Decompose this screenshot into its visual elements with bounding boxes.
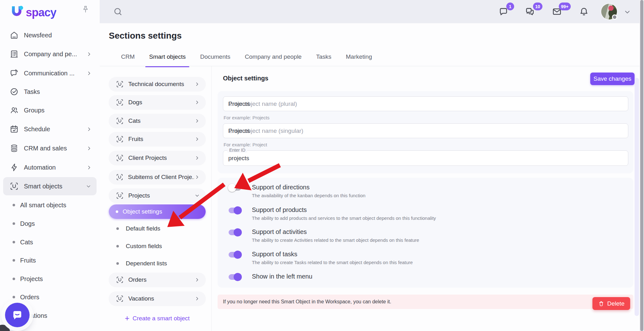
- form-heading: Object settings: [223, 75, 268, 82]
- chevron-right-icon: [194, 174, 200, 180]
- sidebar-item-company-and-people[interactable]: Company and pe...: [0, 45, 100, 63]
- check-circle-icon: [9, 87, 19, 96]
- support-of-directions-toggle[interactable]: [228, 183, 242, 192]
- column-divider: [211, 66, 212, 331]
- smart-object-brackets-icon: [116, 135, 124, 143]
- chevron-right-icon: [194, 118, 200, 124]
- smart-object-brackets-icon: [9, 182, 19, 191]
- tab-smart-objects[interactable]: Smart objects: [148, 53, 186, 66]
- object-row-vacations[interactable]: Vacations: [109, 291, 206, 306]
- show-in-left-menu-toggle[interactable]: [228, 273, 242, 281]
- object-name-singular-input[interactable]: Enter object name (singular) Projects: [223, 123, 628, 138]
- chevron-right-icon: [194, 277, 200, 283]
- singular-helper-text: For example: Project: [224, 142, 267, 147]
- toggles-panel: Support of directions The availability o…: [218, 178, 633, 288]
- database-stack-icon: [9, 144, 19, 153]
- bullet-icon: [13, 222, 15, 225]
- avatar-status-dot: [612, 14, 617, 20]
- object-name-plural-input[interactable]: Enter object name (plural) Projects: [223, 96, 628, 111]
- toggle-thumb: [228, 184, 236, 192]
- object-row-orders[interactable]: Orders: [109, 273, 206, 287]
- tab-documents[interactable]: Documents: [199, 53, 231, 66]
- tab-tasks[interactable]: Tasks: [315, 53, 332, 66]
- support-of-products-toggle[interactable]: [228, 206, 242, 215]
- sidebar-subitem-all-smart-objects[interactable]: All smart objects: [0, 196, 100, 214]
- object-row-subitems-of-client-projects[interactable]: Subitems of Client Proje...: [109, 170, 206, 184]
- project-child-default-fields[interactable]: Default fields: [109, 224, 206, 233]
- sidebar-subitem-dogs[interactable]: Dogs: [0, 214, 100, 233]
- create-smart-object-button[interactable]: + Create a smart object: [109, 313, 206, 324]
- smart-object-brackets-icon: [116, 295, 124, 303]
- smart-object-brackets-icon: [116, 154, 124, 162]
- bullet-icon: [116, 262, 119, 265]
- enter-id-label: Enter ID: [227, 148, 247, 153]
- smart-object-brackets-icon: [116, 192, 124, 200]
- chevron-down-icon: [194, 193, 200, 198]
- object-row-fruits[interactable]: Fruits: [109, 132, 206, 146]
- bullet-icon: [116, 210, 118, 213]
- toggle-thumb: [234, 206, 242, 214]
- object-row-client-projects[interactable]: Client Projects: [109, 151, 206, 165]
- object-row-technical-documents[interactable]: Technical documents: [109, 77, 206, 91]
- search-icon[interactable]: [113, 7, 123, 17]
- sidebar-subitem-cats[interactable]: Cats: [0, 233, 100, 251]
- save-changes-button[interactable]: Save changes: [590, 73, 635, 85]
- sidebar-item-schedule[interactable]: Schedule: [0, 120, 100, 138]
- profile-chevron-down-icon[interactable]: [624, 8, 631, 16]
- uspacy-logo[interactable]: spacy: [8, 3, 56, 20]
- chevron-right-icon: [86, 145, 92, 151]
- sidebar-subitem-projects[interactable]: Projects: [0, 270, 100, 288]
- toggle-thumb: [234, 228, 242, 236]
- sidebar-item-groups[interactable]: Groups: [0, 101, 100, 119]
- tab-marketing[interactable]: Marketing: [345, 53, 373, 66]
- object-row-dogs[interactable]: Dogs: [109, 95, 206, 109]
- plus-icon: +: [125, 314, 130, 323]
- smart-object-brackets-icon: [116, 80, 124, 88]
- bullet-icon: [116, 227, 119, 230]
- smart-object-brackets-icon: [116, 173, 124, 181]
- project-child-custom-fields[interactable]: Custom fields: [109, 242, 206, 251]
- chevron-right-icon: [86, 70, 92, 76]
- sidebar-subitem-fruits[interactable]: Fruits: [0, 251, 100, 269]
- tab-crm[interactable]: CRM: [120, 53, 135, 66]
- support-of-activities-toggle[interactable]: [228, 228, 242, 237]
- home-icon: [9, 30, 19, 40]
- page-title: Sections settings: [109, 31, 182, 41]
- sidebar-item-tasks[interactable]: Tasks: [0, 83, 100, 101]
- object-row-cats[interactable]: Cats: [109, 114, 206, 128]
- chat-phone-icon: [9, 68, 19, 78]
- pin-sidebar-icon[interactable]: [81, 5, 90, 14]
- delete-warning-banner: If you no longer need this Smart Object …: [218, 295, 633, 309]
- bottom-corner-shape: [0, 325, 10, 331]
- sidebar-item-automation[interactable]: Automation: [0, 158, 100, 176]
- project-child-dependent-lists[interactable]: Dependent lists: [109, 259, 206, 268]
- chevron-right-icon: [86, 165, 92, 171]
- people-icon: [9, 106, 19, 115]
- logo-u-icon: [8, 3, 25, 20]
- project-child-object-settings[interactable]: Object settings: [109, 204, 206, 219]
- sidebar-item-crm-and-sales[interactable]: CRM and sales: [0, 139, 100, 157]
- sidebar-item-newsfeed[interactable]: Newsfeed: [0, 26, 100, 44]
- sidebar-item-smart-objects[interactable]: Smart objects: [3, 177, 97, 195]
- object-row-projects[interactable]: Projects: [109, 188, 206, 203]
- bullet-icon: [13, 204, 15, 206]
- section-tabs: CRM Smart objects Documents Company and …: [120, 53, 373, 66]
- lightning-icon: [9, 163, 19, 172]
- support-of-tasks-toggle[interactable]: [228, 250, 242, 259]
- delete-button[interactable]: Delete: [592, 297, 630, 310]
- object-id-input[interactable]: projects: [223, 150, 628, 166]
- sidebar: spacy Newsfeed Company and pe... Communi…: [0, 0, 100, 331]
- chevron-right-icon: [86, 51, 92, 57]
- trash-icon: [598, 301, 604, 307]
- bullet-icon: [116, 245, 119, 247]
- tab-company-and-people[interactable]: Company and people: [244, 53, 303, 66]
- sidebar-item-communication[interactable]: Communication ...: [0, 64, 100, 82]
- toggle-thumb: [234, 273, 242, 281]
- chevron-right-icon: [194, 81, 200, 87]
- window-scrollbar-thumb[interactable]: [640, 0, 643, 331]
- bell-icon[interactable]: [579, 7, 589, 17]
- support-chat-fab[interactable]: [5, 303, 30, 327]
- toggle-thumb: [234, 251, 242, 259]
- smart-object-brackets-icon: [116, 276, 124, 284]
- panel-scrollbar[interactable]: [635, 78, 639, 316]
